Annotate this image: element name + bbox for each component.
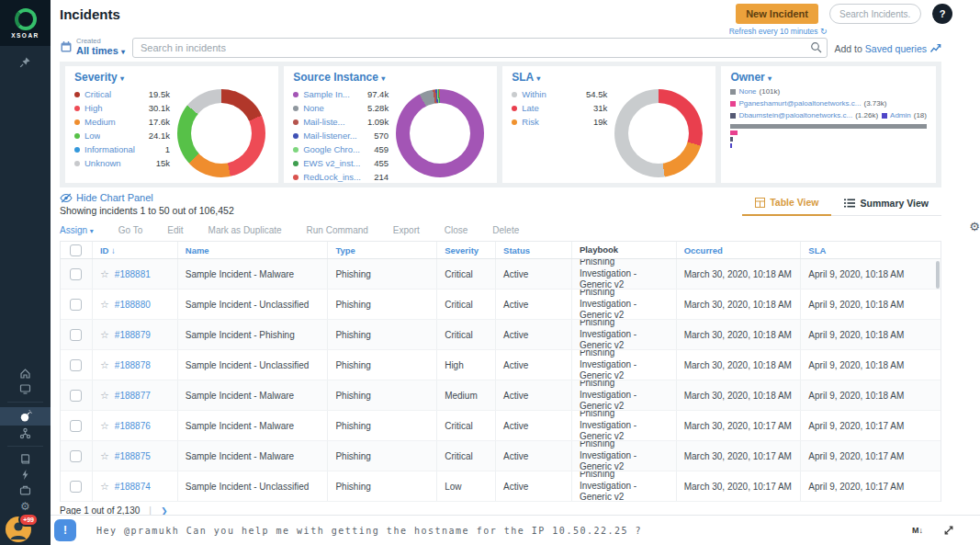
row-checkbox[interactable] [70,390,82,402]
legend-item[interactable]: Risk 19k [512,115,607,129]
sla-donut-chart[interactable] [614,89,703,177]
column-header-id[interactable]: ID ↓ [93,242,178,258]
sidebar-item-war-room[interactable] [0,426,51,441]
owner-chart-title[interactable]: Owner ▾ [730,71,927,84]
expand-icon[interactable] [943,525,954,536]
incident-id-link[interactable]: #188874 [115,482,151,492]
row-checkbox[interactable] [70,359,82,371]
new-incident-button[interactable]: New Incident [736,4,818,24]
user-avatar[interactable]: +99 [6,517,31,542]
column-header-status[interactable]: Status [496,242,572,258]
severity-donut-chart[interactable] [177,89,265,177]
star-icon[interactable]: ☆ [100,329,109,341]
sidebar-item-jobs[interactable] [0,483,51,498]
incident-id-link[interactable]: #188878 [115,360,151,370]
legend-item[interactable]: Mail-liste... 1.09k [293,115,389,129]
legend-item[interactable]: RedLock_ins... 214 [293,170,389,184]
toolbar-mark-as-duplicate[interactable]: Mark as Duplicate [208,225,282,235]
owner-bar[interactable] [730,131,738,135]
toolbar-close[interactable]: Close [445,225,468,235]
source-instance-chart-title[interactable]: Source Instance ▾ [293,71,488,84]
legend-item[interactable]: Late 31k [512,101,607,115]
legend-item[interactable]: Mail-listener... 570 [293,129,389,142]
legend-item[interactable]: EWS v2_inst... 455 [293,156,389,170]
star-icon[interactable]: ☆ [100,359,109,371]
toolbar-export[interactable]: Export [393,225,420,235]
column-header-name[interactable]: Name [178,242,329,258]
owner-bar[interactable] [730,137,733,142]
tab-table-view[interactable]: Table View [742,193,831,216]
legend-item[interactable]: Dbaumstein@paloaltonetworks.c... (1.26k) [730,111,878,119]
star-icon[interactable]: ☆ [100,268,109,280]
column-header-type[interactable]: Type [328,242,437,258]
legend-item[interactable]: Unknown 15k [74,156,170,170]
legend-item[interactable]: Medium 17.6k [74,115,170,129]
toolbar-edit[interactable]: Edit [167,225,183,235]
time-range-value[interactable]: All times ▾ [76,45,125,57]
time-range-dropdown[interactable]: Created All times ▾ [60,38,125,57]
incident-id-link[interactable]: #188879 [115,330,151,340]
owner-bar-chart[interactable] [730,124,927,148]
legend-item[interactable]: Low 24.1k [74,129,170,142]
toolbar-delete[interactable]: Delete [492,225,519,235]
star-icon[interactable]: ☆ [100,481,109,493]
row-checkbox[interactable] [70,268,82,280]
global-search-input[interactable] [829,4,921,24]
star-icon[interactable]: ☆ [100,390,109,402]
incidents-search-input[interactable] [132,38,828,58]
table-settings-gear-icon[interactable]: ⚙ [969,221,980,233]
next-page-button[interactable]: ❯ [161,506,168,516]
legend-item[interactable]: Within 54.5k [512,87,607,101]
toolbar-run-command[interactable]: Run Command [307,225,368,235]
saved-queries-link[interactable]: Saved queries [865,43,927,54]
column-header-severity[interactable]: Severity [437,242,496,258]
star-icon[interactable]: ☆ [100,299,109,311]
row-checkbox[interactable] [70,299,82,311]
sidebar-item-automation[interactable] [0,467,51,483]
legend-item[interactable]: Admin (18) [882,111,927,119]
incident-id-link[interactable]: #188880 [115,300,151,310]
legend-item[interactable]: None (101k) [730,87,780,96]
incident-id-link[interactable]: #188877 [115,391,151,401]
toolbar-assign[interactable]: Assign ▾ [60,225,94,235]
sidebar-pin[interactable] [0,56,51,68]
sidebar-item-incidents[interactable] [0,407,51,426]
legend-item[interactable]: High 30.1k [74,101,170,115]
legend-item[interactable]: None 5.28k [293,101,389,115]
row-checkbox[interactable] [70,481,82,493]
column-header-occurred[interactable]: Occurred [677,242,802,258]
chat-bot-icon[interactable]: ! [54,519,76,541]
refresh-control[interactable]: Refresh every 10 minutes ↻ [729,27,828,36]
legend-item[interactable]: Google Chro... 459 [293,142,389,156]
sidebar-item-dashboards[interactable] [0,381,51,397]
row-checkbox[interactable] [70,329,82,341]
sidebar-item-settings[interactable]: ⚙ [0,498,51,514]
incident-id-link[interactable]: #188881 [115,269,151,279]
legend-item[interactable]: Informational 1 [74,142,170,156]
chat-input[interactable]: Hey @pramukh Can you help me with gettin… [96,526,642,536]
severity-chart-title[interactable]: Severity ▾ [74,71,269,84]
row-checkbox[interactable] [70,450,82,462]
xsoar-logo[interactable]: XSOAR [0,0,51,46]
legend-item[interactable]: Sample In... 97.4k [293,87,389,101]
table-scrollbar[interactable] [936,261,940,289]
sidebar-item-playbooks[interactable] [0,451,51,467]
incident-id-link[interactable]: #188875 [115,451,151,461]
star-icon[interactable]: ☆ [100,450,109,462]
source-instance-donut-chart[interactable] [396,89,484,177]
legend-item[interactable]: Pganeshamurt@paloaltonetworks.c... (3.73… [730,99,886,108]
sidebar-item-home[interactable] [0,366,51,381]
owner-bar[interactable] [730,143,732,148]
incident-id-link[interactable]: #188876 [115,421,151,431]
toolbar-go-to[interactable]: Go To [118,225,143,235]
tab-summary-view[interactable]: Summary View [831,193,941,215]
select-all-checkbox[interactable] [70,244,82,256]
markdown-icon[interactable]: M↓ [912,526,923,535]
star-icon[interactable]: ☆ [100,420,109,432]
owner-bar[interactable] [730,124,927,129]
column-header-sla[interactable]: SLA [801,242,941,258]
help-button[interactable]: ? [932,4,952,24]
row-checkbox[interactable] [70,420,82,432]
sla-chart-title[interactable]: SLA ▾ [512,71,706,84]
legend-item[interactable]: Critical 19.5k [74,87,170,101]
